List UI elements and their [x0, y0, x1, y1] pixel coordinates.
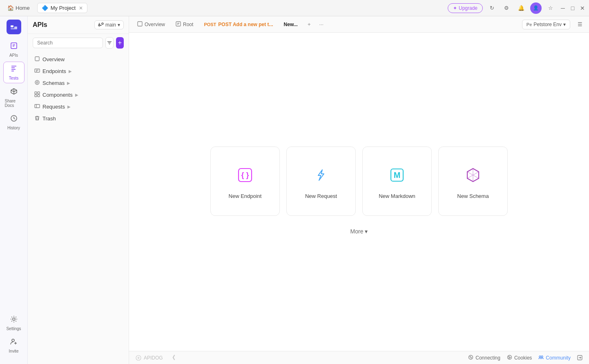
svg-point-29 [539, 356, 541, 357]
project-tab-label: My Project [51, 5, 76, 11]
tab-root-label: Root [183, 22, 193, 27]
tab-root[interactable]: Root [171, 20, 198, 29]
minimize-button[interactable]: ─ [560, 5, 566, 11]
svg-point-25 [507, 355, 511, 359]
tree-item-schemas-label: Schemas [42, 80, 65, 86]
community-label: Community [546, 355, 571, 361]
notifications-icon[interactable]: 🔔 [515, 2, 527, 14]
sidebar-item-apis[interactable]: APIs [3, 39, 25, 60]
hamburger-menu-button[interactable]: ☰ [574, 19, 586, 30]
close-button[interactable]: ✕ [579, 5, 586, 11]
sidebar-item-tests[interactable]: Tests [3, 62, 25, 83]
bookmark-icon[interactable]: ☆ [545, 2, 556, 14]
tree-item-requests[interactable]: Requests ▶ [31, 101, 125, 113]
tree-item-overview[interactable]: Overview [31, 53, 125, 65]
branch-selector[interactable]: main ▾ [94, 20, 124, 29]
svg-text:{ }: { } [241, 171, 249, 179]
endpoints-icon [34, 68, 40, 75]
svg-rect-7 [35, 57, 39, 61]
icon-nav-bottom: Settings Invite [3, 313, 25, 361]
new-schema-card[interactable]: New Schema [438, 146, 508, 216]
svg-rect-8 [35, 69, 40, 72]
tab-post-label: POST Add a new pet t... [218, 22, 273, 27]
svg-point-5 [13, 318, 15, 320]
icon-nav-top: APIs Tests Share Docs [3, 20, 25, 311]
sidebar-item-invite[interactable]: Invite [3, 335, 25, 356]
cards-container: { } New Endpoint New Request [210, 146, 508, 237]
more-chevron-icon: ▾ [365, 228, 368, 235]
close-tab-button[interactable]: ✕ [79, 5, 83, 11]
shortcut-icon[interactable] [577, 355, 582, 360]
apis-label: APIs [9, 53, 18, 58]
settings-icon[interactable]: ⚙ [501, 2, 512, 14]
refresh-button[interactable]: ↻ [486, 2, 498, 14]
tab-new[interactable]: New... [279, 20, 303, 29]
tree-item-endpoints-label: Endpoints [42, 68, 66, 74]
new-schema-label: New Schema [457, 193, 489, 199]
components-arrow-icon: ▶ [75, 93, 78, 97]
connecting-label: Connecting [475, 355, 500, 361]
endpoints-arrow-icon: ▶ [69, 69, 72, 73]
root-tab-icon [176, 21, 181, 28]
maximize-button[interactable]: □ [569, 5, 576, 11]
cards-row: { } New Endpoint New Request [210, 146, 508, 216]
cookies-button[interactable]: Cookies [507, 355, 532, 361]
new-endpoint-card[interactable]: { } New Endpoint [210, 146, 280, 216]
overview-tab-icon [137, 21, 143, 28]
collapse-sidebar-button[interactable]: 《 [170, 354, 175, 362]
tree-item-components-label: Components [42, 92, 73, 98]
more-button[interactable]: More ▾ [346, 226, 373, 237]
project-tab[interactable]: 🔷 My Project ✕ [37, 3, 87, 13]
home-tab[interactable]: 🏠 Home [3, 3, 34, 13]
add-button[interactable]: + [116, 37, 124, 49]
sidebar-item-history[interactable]: History [3, 112, 25, 133]
add-tab-button[interactable]: + [303, 19, 315, 30]
new-endpoint-label: New Endpoint [229, 193, 262, 199]
svg-point-28 [509, 357, 510, 358]
bottom-bar: APIDOG 《 Connecting [129, 351, 589, 364]
upgrade-button[interactable]: ✦ Upgrade [448, 3, 483, 13]
tree-item-requests-label: Requests [42, 104, 65, 110]
main-area: Overview Root POST POST Add a new pet t.… [129, 16, 589, 364]
svg-rect-14 [38, 95, 40, 97]
upgrade-label: Upgrade [459, 5, 477, 11]
avatar[interactable]: 👤 [530, 2, 542, 14]
sidebar-item-settings[interactable]: Settings [3, 313, 25, 333]
titlebar: 🏠 Home 🔷 My Project ✕ ✦ Upgrade ↻ ⚙ 🔔 👤 … [0, 0, 589, 16]
svg-rect-0 [11, 25, 13, 27]
tree-item-endpoints[interactable]: Endpoints ▶ [31, 65, 125, 77]
new-request-card[interactable]: New Request [286, 146, 356, 216]
overview-icon [34, 56, 40, 63]
more-label: More [350, 228, 364, 235]
connecting-status[interactable]: Connecting [468, 355, 500, 361]
community-icon [538, 355, 544, 361]
community-button[interactable]: Community [538, 355, 571, 361]
cookies-label: Cookies [514, 355, 532, 361]
schemas-arrow-icon: ▶ [67, 81, 70, 85]
branch-chevron-icon: ▾ [118, 22, 120, 28]
env-label: Petstore Env [533, 22, 562, 27]
tree-item-components[interactable]: Components ▶ [31, 89, 125, 101]
tree-item-schemas[interactable]: Schemas ▶ [31, 77, 125, 89]
new-schema-icon [462, 164, 484, 186]
schemas-icon [34, 80, 40, 87]
tab-overview-label: Overview [145, 22, 165, 27]
trash-icon [34, 115, 40, 122]
sidebar-item-sharedocs[interactable]: Share Docs [3, 85, 25, 110]
new-endpoint-icon: { } [234, 164, 257, 186]
filter-button[interactable] [105, 37, 114, 49]
tab-overview[interactable]: Overview [132, 20, 170, 29]
svg-point-30 [541, 356, 543, 357]
sharedocs-icon [10, 87, 18, 98]
invite-label: Invite [9, 349, 19, 353]
new-request-icon [310, 164, 332, 186]
tab-bar: Overview Root POST POST Add a new pet t.… [129, 16, 589, 33]
page-title: APIs [33, 21, 91, 29]
svg-rect-18 [176, 22, 181, 26]
env-selector[interactable]: Pe Petstore Env ▾ [522, 20, 570, 29]
tab-post[interactable]: POST POST Add a new pet t... [199, 20, 278, 29]
more-tabs-button[interactable]: ··· [316, 19, 327, 30]
tree-item-trash[interactable]: Trash [31, 113, 125, 124]
new-markdown-card[interactable]: M New Markdown [362, 146, 432, 216]
search-input[interactable] [33, 38, 103, 48]
